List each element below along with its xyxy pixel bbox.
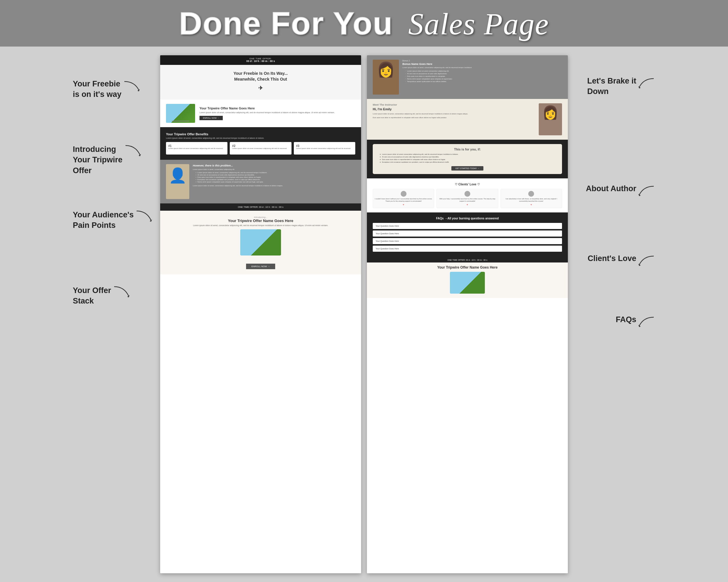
- instructor-label: Meet The Instructor: [373, 103, 535, 106]
- devices-large: [240, 229, 281, 255]
- pain-item-3: Duis aute irure dolor in reprehenderit i…: [193, 176, 283, 178]
- avatar-1: [401, 191, 407, 197]
- faq-item-2[interactable]: Your Question Goes Here: [373, 230, 562, 237]
- bonus-list: Lorem ipsum dolor sit amet consectetur a…: [402, 70, 562, 82]
- timer-bar-middle: ONE TIME OFFER: 03 d : 10 h : 00 m : 00 …: [160, 203, 361, 211]
- testimonials-section: ♡ Clients' Love ♡ I couldn't have done i…: [367, 178, 568, 213]
- benefit-num-3: #3: [296, 144, 353, 147]
- pain-text: However, there is this problem... Lorem …: [193, 164, 283, 188]
- avatar-3: [528, 191, 534, 197]
- benefits-grid: #1 Lorem ipsum dolor sit amet consectetu…: [166, 142, 355, 155]
- for-you-list: Lorem ipsum dolor sit amet consectetur a…: [376, 154, 558, 163]
- right-annotations: Let's Brake itDown About Author Client's…: [574, 55, 655, 573]
- pages-container: ONE TIME OFFER: 03 d : 10 h : 00 m : 00 …: [160, 55, 568, 573]
- testimonial-3: I am absolutely in love with these, so b…: [500, 189, 562, 208]
- benefit-card-1: #1 Lorem ipsum dolor sit amet consectetu…: [166, 142, 228, 155]
- avatar-2: [465, 191, 470, 197]
- faq-item-4[interactable]: Your Question Goes Here: [373, 246, 562, 252]
- bonus-item-4: Nemo enim ipsam voluptatem quia voluptas…: [402, 78, 562, 80]
- left-page: ONE TIME OFFER: 03 d : 10 h : 00 m : 00 …: [160, 55, 361, 573]
- for-you-item-2: At vero eos et accusamus et iusto odio d…: [376, 156, 558, 158]
- benefit-text-3: Lorem ipsum dolor sit amet consectetur a…: [296, 147, 353, 149]
- testi-text-1: I couldn't have done it without you! I s…: [375, 198, 432, 202]
- benefit-num-1: #1: [168, 144, 225, 147]
- annotation-author: About Author: [586, 183, 655, 198]
- pain-item-4: Excepteur sint occaecat cupidatat non pr…: [193, 179, 283, 181]
- stack-enroll-button[interactable]: ENROLL NOW →: [246, 264, 275, 269]
- benefits-sub: Lorem ipsum dolor sit amet, consectetur …: [166, 137, 355, 139]
- stack-headline: Your Tripwire Offer Name Goes Here: [167, 219, 354, 223]
- benefit-card-2: #2 Lorem ipsum dolor sit amet consectetu…: [230, 142, 291, 155]
- timer2-label: ONE TIME OFFER:: [238, 206, 258, 209]
- right-page: Bonus 2 Bonus Name Goes Here Lorem ipsum…: [367, 55, 568, 573]
- bonus-item-2: At vero eos et accusamus et iusto odio d…: [402, 73, 562, 75]
- for-you-item-4: Excepteur sint occaecat cupidatat non pr…: [376, 161, 558, 163]
- instructor-body1: Lorem ipsum dolor sit amet, consectetur …: [373, 113, 535, 115]
- hero-headline: Your Freebie Is On Its Way... Meanwhile,…: [169, 71, 353, 82]
- header-title: Done For You Sales Page: [179, 7, 549, 39]
- final-timer-label: ONE TIME OFFER:: [448, 259, 465, 261]
- annotation-faqs: FAQs: [616, 314, 655, 329]
- pain-list: Lorem ipsum dolor sit amet, consectetur …: [193, 172, 283, 183]
- testi-text-2: With your help, I successfully launched …: [439, 198, 496, 202]
- header-banner: Done For You Sales Page: [0, 0, 728, 47]
- heart-icon-1: ♥: [375, 203, 432, 206]
- fashion-photo: [373, 60, 399, 94]
- main-content: Your Freebieis on it's way IntroducingYo…: [0, 47, 728, 582]
- instructor-name: Hi, I'm Emily: [373, 107, 535, 111]
- bonus-label: Bonus 2: [402, 60, 562, 62]
- testimonials-row: I couldn't have done it without you! I s…: [373, 189, 562, 208]
- plane-icon: ✈: [169, 84, 353, 91]
- heart-icon-3: ♥: [503, 203, 560, 206]
- testimonial-1: I couldn't have done it without you! I s…: [373, 189, 434, 208]
- offer-text-block: Your Tripwire Offer Name Goes Here Lorem…: [200, 107, 335, 120]
- offer-name: Your Tripwire Offer Name Goes Here: [200, 107, 335, 110]
- pain-closing: Lorem ipsum dolor sit amet, consectetur …: [193, 185, 283, 187]
- annotation-tripwire: IntroducingYour TripwireOffer: [73, 144, 141, 176]
- pain-body: Lorem ipsum dolor in amet, consectetur a…: [193, 168, 283, 170]
- faqs-headline: FAQs →All your burning questions answere…: [373, 217, 562, 220]
- benefit-card-3: #3 Lorem ipsum dolor sit amet consectetu…: [294, 142, 355, 155]
- enroll-button[interactable]: ENROLL NOW →: [200, 116, 223, 120]
- for-you-headline: This is for you, if:: [376, 147, 558, 151]
- person-photo: [166, 164, 189, 199]
- pain-section: However, there is this problem... Lorem …: [160, 160, 361, 203]
- offer-body: Lorem ipsum dolor sit amet, consectetur …: [200, 111, 335, 114]
- heart-icon-2: ♥: [439, 203, 496, 206]
- for-you-item-3: Duis aute irure dolor in reprehenderit i…: [376, 159, 558, 160]
- timer-label-top: ONE TIME OFFER:: [162, 58, 359, 60]
- annotation-freebie: Your Freebieis on it's way: [73, 79, 140, 100]
- bonus-name: Bonus Name Goes Here: [402, 62, 562, 65]
- final-timer-value: 00 d : 10 h : 00 m : 00 s: [466, 259, 488, 261]
- instructor-photo: [539, 103, 562, 135]
- pain-headline: However, there is this problem...: [193, 164, 283, 167]
- devices-image: [166, 104, 195, 123]
- annotation-stack: Your OfferStack: [73, 285, 130, 306]
- faq-item-3[interactable]: Your Question Goes Here: [373, 238, 562, 244]
- stack-body: Lorem ipsum dolor sit amet, consectetur …: [167, 224, 354, 226]
- benefit-text-2: Lorem ipsum dolor sit amet consectetur a…: [232, 147, 289, 149]
- testimonial-2: With your help, I successfully launched …: [437, 189, 498, 208]
- final-cta-section: ONE TIME OFFER: 00 d : 10 h : 00 m : 00 …: [367, 257, 568, 298]
- bonus-section: Bonus 2 Bonus Name Goes Here Lorem ipsum…: [367, 55, 568, 99]
- timer-bar-top: ONE TIME OFFER: 03 d : 10 h : 00 m : 00 …: [160, 55, 361, 65]
- annotation-clients-love: Client's Love: [588, 253, 655, 268]
- timer-value-top: 03 d : 10 h : 00 m : 00 s: [162, 60, 359, 62]
- annotation-breakdown: Let's Brake itDown: [587, 76, 655, 97]
- clients-love-headline: ♡ Clients' Love ♡: [373, 183, 562, 186]
- faq-item-1[interactable]: Your Question Goes Here: [373, 223, 562, 229]
- bonus-item-1: Lorem ipsum dolor sit amet consectetur a…: [402, 70, 562, 72]
- pain-item-5: Nemo enim ipsam voluptatem quia voluptas…: [193, 181, 283, 183]
- pain-item-2: At vero eos et accusamus et iusto odio d…: [193, 174, 283, 176]
- timer2-value: 03 d : 10 h : 00 m : 00 s: [259, 206, 283, 209]
- stack-intro: Introducing...: [167, 216, 354, 219]
- final-timer-bar: ONE TIME OFFER: 00 d : 10 h : 00 m : 00 …: [367, 257, 568, 262]
- get-started-button[interactable]: GET STARTED TODAY →: [451, 166, 484, 170]
- done-for-you-text: Done For You: [179, 5, 393, 41]
- instructor-body2: Duis aute irure dolor in reprehenderit i…: [373, 116, 535, 119]
- testi-text-3: I am absolutely in love with these, so b…: [503, 198, 560, 202]
- instructor-text: Meet The Instructor Hi, I'm Emily Lorem …: [373, 103, 535, 120]
- final-headline: Your Tripwire Offer Name Goes Here: [373, 266, 562, 270]
- hero-section: Your Freebie Is On Its Way... Meanwhile,…: [160, 65, 361, 100]
- devices-final: [450, 272, 485, 294]
